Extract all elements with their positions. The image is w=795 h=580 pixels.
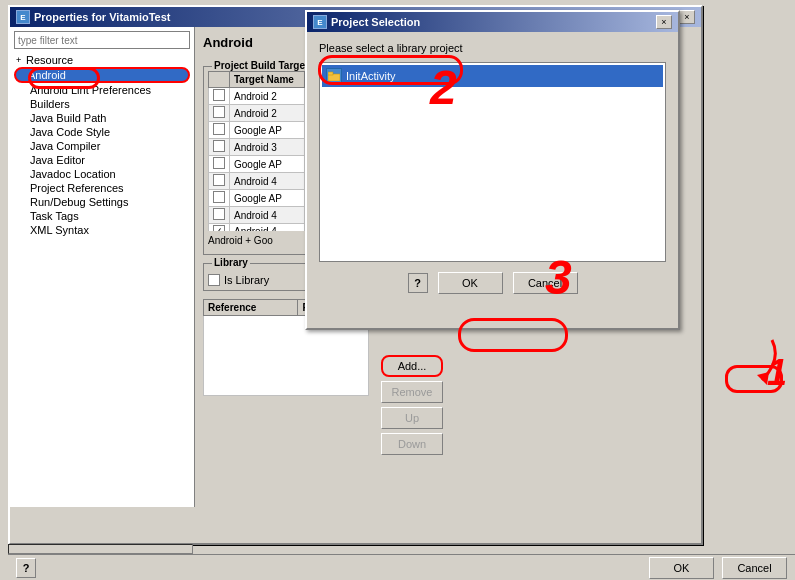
- sidebar-item-label: XML Syntax: [30, 224, 89, 236]
- row-checkbox-cell: [209, 190, 230, 207]
- dialog-help-button[interactable]: ?: [408, 273, 428, 293]
- add-button[interactable]: Add...: [381, 355, 443, 377]
- sidebar-item-label: Android: [28, 69, 66, 81]
- row-checkbox[interactable]: [213, 191, 225, 203]
- project-selection-dialog: E Project Selection × Please select a li…: [305, 10, 680, 330]
- sidebar-item-project-references[interactable]: Project References: [14, 181, 190, 195]
- sidebar-item-java-code-style[interactable]: Java Code Style: [14, 125, 190, 139]
- row-target-name: Google AP: [230, 190, 305, 207]
- dialog-window-icon: E: [313, 15, 327, 29]
- sidebar-item-task-tags[interactable]: Task Tags: [14, 209, 190, 223]
- ref-col-reference: Reference: [204, 300, 298, 316]
- row-checkbox-cell: [209, 156, 230, 173]
- row-checkbox-cell: [209, 224, 230, 232]
- dialog-close-button[interactable]: ×: [656, 15, 672, 29]
- annotation-1-arrow: [717, 330, 787, 390]
- row-target-name: Android 4: [230, 173, 305, 190]
- sidebar-item-label: Builders: [30, 98, 70, 110]
- sidebar-item-label: Android Lint Preferences: [30, 84, 151, 96]
- project-item-initactivity[interactable]: InitActivity: [322, 65, 663, 87]
- dialog-ok-button[interactable]: OK: [438, 272, 503, 294]
- status-bar: ? OK Cancel: [8, 554, 795, 580]
- col-check: [209, 72, 230, 88]
- col-target-name: Target Name: [230, 72, 305, 88]
- sidebar-item-label: Java Editor: [30, 154, 85, 166]
- main-window-icon: E: [16, 10, 30, 24]
- sidebar-item-java-editor[interactable]: Java Editor: [14, 153, 190, 167]
- sidebar-item-resource[interactable]: + Resource: [14, 53, 190, 67]
- row-checkbox[interactable]: [213, 89, 225, 101]
- project-folder-icon: [326, 68, 342, 84]
- dialog-description: Please select a library project: [319, 42, 666, 54]
- sidebar-item-android-lint[interactable]: Android Lint Preferences: [14, 83, 190, 97]
- row-checkbox-cell: [209, 122, 230, 139]
- ok-button[interactable]: OK: [649, 557, 714, 579]
- main-window-title: Properties for VitamioTest: [34, 11, 171, 23]
- row-checkbox[interactable]: [213, 157, 225, 169]
- sidebar-item-javadoc-location[interactable]: Javadoc Location: [14, 167, 190, 181]
- row-target-name: Android 2: [230, 105, 305, 122]
- dialog-titlebar: E Project Selection ×: [307, 12, 678, 32]
- dialog-titlebar-left: E Project Selection: [313, 15, 420, 29]
- annotation-1: 1: [767, 352, 787, 394]
- sidebar-item-run-debug[interactable]: Run/Debug Settings: [14, 195, 190, 209]
- library-title: Library: [212, 257, 250, 268]
- row-checkbox-cell: [209, 207, 230, 224]
- sidebar-item-android[interactable]: Android: [14, 67, 190, 83]
- cancel-button[interactable]: Cancel: [722, 557, 787, 579]
- h-scrollbar[interactable]: [8, 544, 193, 554]
- sidebar-item-label: Resource: [26, 54, 73, 66]
- help-button[interactable]: ?: [16, 558, 36, 578]
- row-checkbox[interactable]: [213, 208, 225, 220]
- row-checkbox[interactable]: [213, 174, 225, 186]
- svg-rect-1: [328, 72, 333, 75]
- up-button[interactable]: Up: [381, 407, 443, 429]
- sidebar-item-label: Project References: [30, 182, 124, 194]
- row-target-name: Google AP: [230, 156, 305, 173]
- row-target-name: Android 4: [230, 224, 305, 232]
- sidebar-item-builders[interactable]: Builders: [14, 97, 190, 111]
- sidebar-item-xml-syntax[interactable]: XML Syntax: [14, 223, 190, 237]
- dialog-titlebar-controls: ×: [656, 15, 672, 29]
- row-checkbox-cell: [209, 105, 230, 122]
- titlebar-left: E Properties for VitamioTest: [16, 10, 171, 24]
- sidebar-item-java-compiler[interactable]: Java Compiler: [14, 139, 190, 153]
- is-library-label: Is Library: [224, 274, 269, 286]
- sidebar-item-label: Java Build Path: [30, 112, 106, 124]
- row-checkbox[interactable]: [213, 123, 225, 135]
- row-checkbox[interactable]: [213, 106, 225, 118]
- project-item-label: InitActivity: [346, 70, 396, 82]
- is-library-checkbox[interactable]: [208, 274, 220, 286]
- row-checkbox-cell: [209, 173, 230, 190]
- expand-icon: +: [16, 55, 26, 65]
- sidebar: + Resource Android Android Lint Preferen…: [10, 27, 195, 507]
- sidebar-item-label: Run/Debug Settings: [30, 196, 128, 208]
- sidebar-item-label: Javadoc Location: [30, 168, 116, 180]
- svg-marker-2: [757, 372, 769, 385]
- highlight-add-oval: [725, 365, 783, 393]
- row-target-name: Android 4: [230, 207, 305, 224]
- close-button[interactable]: ×: [679, 10, 695, 24]
- row-target-name: Google AP: [230, 122, 305, 139]
- project-list[interactable]: InitActivity: [319, 62, 666, 262]
- dialog-cancel-button[interactable]: Cancel: [513, 272, 578, 294]
- sidebar-item-java-build-path[interactable]: Java Build Path: [14, 111, 190, 125]
- down-button[interactable]: Down: [381, 433, 443, 455]
- row-checkbox[interactable]: [213, 225, 225, 231]
- row-target-name: Android 2: [230, 88, 305, 105]
- project-build-title: Project Build Target: [212, 60, 310, 71]
- dialog-buttons: ? OK Cancel: [319, 272, 666, 294]
- row-checkbox-cell: [209, 88, 230, 105]
- row-target-name: Android 3: [230, 139, 305, 156]
- dialog-title: Project Selection: [331, 16, 420, 28]
- row-checkbox-cell: [209, 139, 230, 156]
- filter-input[interactable]: [14, 31, 190, 49]
- sidebar-item-label: Task Tags: [30, 210, 79, 222]
- sidebar-item-label: Java Compiler: [30, 140, 100, 152]
- remove-button[interactable]: Remove: [381, 381, 443, 403]
- row-checkbox[interactable]: [213, 140, 225, 152]
- sidebar-item-label: Java Code Style: [30, 126, 110, 138]
- dialog-content: Please select a library project InitActi…: [307, 32, 678, 304]
